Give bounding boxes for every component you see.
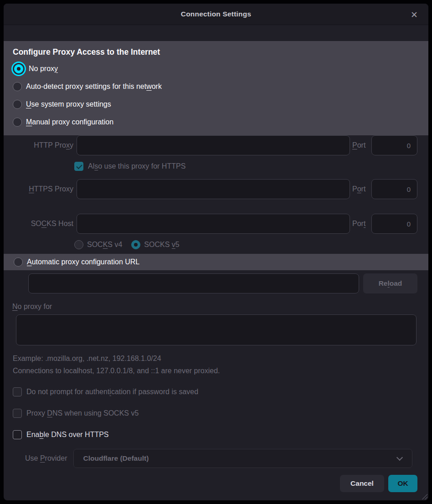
proxy-dns-row[interactable]: Proxy DNS when using SOCKS v5 xyxy=(13,408,428,419)
doh-provider-selected-value: Cloudflare (Default) xyxy=(83,454,149,463)
http-proxy-label: HTTP Proxy xyxy=(4,141,73,149)
use-provider-label: Use Provider xyxy=(25,454,67,463)
autoconfig-label: Automatic proxy configuration URL xyxy=(27,258,139,266)
enable-doh-label: Enable DNS over HTTPS xyxy=(26,431,109,439)
autoconfig-url-row: Reload xyxy=(28,273,428,293)
socks-host-input[interactable] xyxy=(77,214,350,234)
ok-button[interactable]: OK xyxy=(388,475,417,492)
socks-v4-label: SOCKS v4 xyxy=(87,241,122,249)
no-proxy-radio[interactable] xyxy=(14,64,23,73)
also-https-label: Also use this proxy for HTTPS xyxy=(88,162,185,170)
autodetect-radio[interactable] xyxy=(13,82,22,91)
no-prompt-auth-checkbox[interactable] xyxy=(13,387,22,396)
http-port-input[interactable] xyxy=(371,135,417,155)
enable-doh-row[interactable]: Enable DNS over HTTPS xyxy=(13,429,428,440)
socks-host-row: SOCKS Host Port xyxy=(4,214,428,234)
options-section: Do not prompt for authentication if pass… xyxy=(13,386,428,440)
radio-row-system-proxy[interactable]: Use system proxy settings xyxy=(13,95,419,113)
autoconfig-row[interactable]: Automatic proxy configuration URL xyxy=(4,254,428,270)
autoconfig-url-input[interactable] xyxy=(28,273,359,293)
no-proxy-label: No proxy xyxy=(29,65,58,73)
socks-v5-radio[interactable] xyxy=(131,240,140,249)
doh-provider-select[interactable]: Cloudflare (Default) xyxy=(73,449,412,468)
dialog-footer: Cancel OK xyxy=(4,475,428,492)
no-prompt-auth-row[interactable]: Do not prompt for authentication if pass… xyxy=(13,386,428,397)
https-proxy-label: HTTPS Proxy xyxy=(4,185,73,193)
reload-button[interactable]: Reload xyxy=(363,273,417,293)
cancel-button[interactable]: Cancel xyxy=(340,475,384,492)
system-proxy-radio[interactable] xyxy=(13,100,22,109)
radio-row-autodetect[interactable]: Auto-detect proxy settings for this netw… xyxy=(13,77,419,95)
also-https-row[interactable]: Also use this proxy for HTTPS xyxy=(74,161,428,172)
dialog-titlebar: Connection Settings ✕ xyxy=(4,4,428,25)
socks-host-label: SOCKS Host xyxy=(4,220,73,228)
radio-row-no-proxy[interactable]: No proxy xyxy=(13,60,419,77)
https-proxy-input[interactable] xyxy=(77,179,350,199)
http-proxy-row: HTTP Proxy Port xyxy=(4,135,428,155)
no-proxy-for-label: No proxy for xyxy=(12,303,428,311)
also-https-checkbox[interactable] xyxy=(74,162,83,171)
close-icon[interactable]: ✕ xyxy=(408,9,420,21)
chevron-down-icon xyxy=(396,454,403,461)
no-proxy-example-text: Example: .mozilla.org, .net.nz, 192.168.… xyxy=(13,355,428,363)
autoconfig-radio[interactable] xyxy=(14,257,23,267)
socks-v4-radio[interactable] xyxy=(74,240,83,249)
proxy-dns-checkbox[interactable] xyxy=(13,409,22,418)
manual-proxy-label: Manual proxy configuration xyxy=(26,118,113,126)
socks-port-input[interactable] xyxy=(371,214,417,234)
https-port-input[interactable] xyxy=(371,179,417,199)
https-port-label: Port xyxy=(352,185,369,193)
manual-proxy-radio[interactable] xyxy=(13,118,22,127)
no-prompt-auth-label: Do not prompt for authentication if pass… xyxy=(26,388,198,396)
socks-port-label: Port xyxy=(352,220,369,228)
autodetect-label: Auto-detect proxy settings for this netw… xyxy=(26,82,162,91)
connection-settings-dialog: Connection Settings ✕ Configure Proxy Ac… xyxy=(4,4,428,500)
proxy-dns-label: Proxy DNS when using SOCKS v5 xyxy=(26,409,139,417)
https-proxy-row: HTTPS Proxy Port xyxy=(4,179,428,199)
doh-provider-row: Use Provider Cloudflare (Default) xyxy=(4,449,428,468)
section-heading: Configure Proxy Access to the Internet xyxy=(13,47,419,57)
http-port-label: Port xyxy=(352,141,369,149)
socks-version-row: SOCKS v4 SOCKS v5 xyxy=(74,239,428,250)
proxy-mode-section: Configure Proxy Access to the Internet N… xyxy=(4,41,428,135)
resize-grip[interactable] xyxy=(421,493,427,499)
dialog-title: Connection Settings xyxy=(181,10,252,18)
enable-doh-checkbox[interactable] xyxy=(13,430,22,439)
system-proxy-label: Use system proxy settings xyxy=(26,100,111,108)
localhost-note-text: Connections to localhost, 127.0.0.1/8, a… xyxy=(13,367,428,375)
http-proxy-input[interactable] xyxy=(77,135,350,155)
socks-v5-label: SOCKS v5 xyxy=(144,241,179,249)
radio-row-manual-proxy[interactable]: Manual proxy configuration xyxy=(13,113,419,131)
no-proxy-for-textarea[interactable] xyxy=(16,314,417,345)
